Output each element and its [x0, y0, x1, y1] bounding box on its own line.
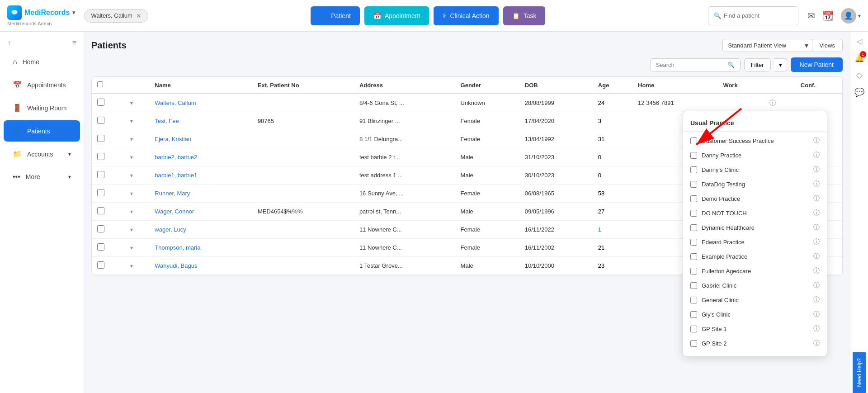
sidebar-up-icon[interactable]: ↑ — [7, 39, 11, 47]
filter-checkbox-12[interactable] — [690, 311, 697, 318]
select-all-checkbox[interactable] — [97, 81, 103, 87]
filter-checkbox-4[interactable] — [690, 195, 697, 202]
filter-item-info-icon-13[interactable]: ⓘ — [813, 325, 820, 333]
row-checkbox-4[interactable] — [97, 171, 104, 178]
patient-name-link-1[interactable]: Test, Fee — [155, 118, 179, 124]
filter-checkbox-0[interactable] — [690, 137, 697, 144]
filter-item-5[interactable]: DO NOT TOUCH ⓘ — [683, 206, 827, 220]
filter-item-info-icon-10[interactable]: ⓘ — [813, 281, 820, 289]
patient-name-link-2[interactable]: Ejera, Kristian — [155, 136, 191, 142]
filter-checkbox-7[interactable] — [690, 239, 697, 246]
filter-checkbox-2[interactable] — [690, 166, 697, 173]
filter-dropdown-button[interactable]: ▾ — [774, 58, 787, 71]
calendar-icon[interactable]: 📆 — [822, 10, 834, 21]
filter-checkbox-11[interactable] — [690, 297, 697, 303]
search-box[interactable]: 🔍 — [650, 58, 741, 71]
sidebar-item-patients[interactable]: 👤 Patients — [4, 120, 80, 142]
right-sidebar-diamond-icon[interactable]: ◇ — [856, 70, 863, 80]
filter-item-9[interactable]: Fullerton Agedcare ⓘ — [683, 264, 827, 278]
filter-item-0[interactable]: Customer Success Practice ⓘ — [683, 133, 827, 148]
appointment-button[interactable]: 📅 Appointment — [364, 6, 429, 25]
close-tab-icon[interactable]: ✕ — [136, 12, 142, 19]
filter-item-info-icon-5[interactable]: ⓘ — [813, 209, 820, 217]
row-checkbox-8[interactable] — [97, 243, 104, 251]
filter-checkbox-6[interactable] — [690, 224, 697, 231]
sidebar-item-more[interactable]: ••• More ▾ — [4, 166, 80, 187]
patient-name-link-4[interactable]: barbie1, barbie1 — [155, 172, 197, 179]
filter-checkbox-14[interactable] — [690, 340, 697, 347]
filter-checkbox-9[interactable] — [690, 268, 697, 275]
filter-item-6[interactable]: Dynamic Healthcare ⓘ — [683, 220, 827, 235]
mail-icon[interactable]: ✉ — [807, 10, 815, 21]
filter-checkbox-1[interactable] — [690, 152, 697, 159]
right-sidebar-collapse-icon[interactable]: ◁ — [857, 37, 862, 46]
patient-name-link-8[interactable]: Thompson, maria — [155, 244, 200, 251]
filter-checkbox-3[interactable] — [690, 181, 697, 188]
filter-button[interactable]: Filter — [744, 58, 771, 71]
row-expand-icon-9[interactable]: ▾ — [130, 263, 133, 269]
filter-item-info-icon-6[interactable]: ⓘ — [813, 223, 820, 232]
sidebar-item-appointments[interactable]: 📅 Appointments — [4, 74, 80, 95]
logo-chevron-icon[interactable]: ▾ — [72, 9, 75, 16]
row-info-icon-0[interactable]: ⓘ — [769, 99, 776, 106]
need-help-button[interactable]: Need Help? — [853, 352, 866, 393]
filter-item-11[interactable]: General Clinic ⓘ — [683, 293, 827, 307]
patient-name-link-3[interactable]: barbie2, barbie2 — [155, 154, 197, 161]
sidebar-item-waiting-room[interactable]: 🚪 Waiting Room — [4, 97, 80, 118]
filter-item-info-icon-1[interactable]: ⓘ — [813, 151, 820, 159]
filter-item-info-icon-7[interactable]: ⓘ — [813, 238, 820, 246]
right-sidebar-chat-icon[interactable]: 💬 — [854, 87, 864, 97]
filter-item-4[interactable]: Demo Practice ⓘ — [683, 191, 827, 206]
row-expand-icon-6[interactable]: ▾ — [130, 208, 133, 215]
filter-item-info-icon-3[interactable]: ⓘ — [813, 180, 820, 188]
filter-item-info-icon-4[interactable]: ⓘ — [813, 194, 820, 203]
filter-item-2[interactable]: Danny's Clinic ⓘ — [683, 162, 827, 177]
filter-item-info-icon-0[interactable]: ⓘ — [813, 137, 820, 145]
row-expand-icon-2[interactable]: ▾ — [130, 136, 133, 142]
patient-name-link-9[interactable]: Wahyudi, Bagus — [155, 262, 197, 269]
right-sidebar-notification-icon[interactable]: 🔔 1 — [854, 53, 864, 63]
clinical-action-button[interactable]: ⚕ Clinical Action — [434, 6, 498, 25]
row-expand-icon-8[interactable]: ▾ — [130, 245, 133, 251]
row-expand-icon-4[interactable]: ▾ — [130, 172, 133, 179]
patient-name-link-6[interactable]: Wager, Connor — [155, 208, 194, 215]
row-checkbox-1[interactable] — [97, 117, 104, 124]
filter-item-info-icon-11[interactable]: ⓘ — [813, 296, 820, 304]
avatar-chevron-icon[interactable]: ▾ — [858, 13, 861, 19]
active-patient-tab[interactable]: Walters, Callum ✕ — [84, 9, 148, 23]
patient-name-link-7[interactable]: wager, Lucy — [155, 226, 186, 233]
filter-item-7[interactable]: Edward Practice ⓘ — [683, 235, 827, 249]
row-checkbox-3[interactable] — [97, 153, 104, 160]
row-expand-icon-0[interactable]: ▾ — [130, 100, 133, 106]
filter-checkbox-5[interactable] — [690, 210, 697, 217]
row-checkbox-0[interactable] — [97, 99, 104, 106]
new-patient-button[interactable]: New Patient — [791, 57, 843, 72]
patient-name-link-5[interactable]: Runner, Mary — [155, 190, 190, 197]
filter-item-info-icon-9[interactable]: ⓘ — [813, 267, 820, 275]
task-button[interactable]: 📋 Task — [503, 6, 546, 25]
filter-item-12[interactable]: Gly's Clinic ⓘ — [683, 307, 827, 322]
views-button[interactable]: Views — [812, 39, 843, 52]
filter-item-info-icon-2[interactable]: ⓘ — [813, 166, 820, 174]
row-expand-icon-7[interactable]: ▾ — [130, 227, 133, 233]
filter-item-3[interactable]: DataDog Testing ⓘ — [683, 177, 827, 191]
row-expand-icon-1[interactable]: ▾ — [130, 118, 133, 124]
row-checkbox-7[interactable] — [97, 225, 104, 232]
logo-brand[interactable]: MediRecords ▾ — [7, 5, 75, 20]
filter-item-info-icon-14[interactable]: ⓘ — [813, 339, 820, 347]
filter-item-info-icon-8[interactable]: ⓘ — [813, 252, 820, 260]
filter-item-10[interactable]: Gabriel Clinic ⓘ — [683, 278, 827, 293]
row-checkbox-6[interactable] — [97, 207, 104, 214]
user-avatar-area[interactable]: 👤 ▾ — [841, 8, 861, 24]
filter-item-info-icon-12[interactable]: ⓘ — [813, 310, 820, 318]
view-select[interactable]: Standard Patient View Custom View 1 Cust… — [722, 39, 813, 52]
filter-checkbox-8[interactable] — [690, 253, 697, 260]
row-checkbox-9[interactable] — [97, 261, 104, 269]
find-patient-search[interactable]: 🔍 — [708, 6, 798, 25]
patient-button[interactable]: 👤 Patient — [311, 6, 360, 25]
find-patient-input[interactable] — [724, 12, 787, 19]
filter-item-14[interactable]: GP Site 2 ⓘ — [683, 336, 827, 350]
search-input[interactable] — [656, 62, 725, 68]
row-checkbox-2[interactable] — [97, 135, 104, 142]
sidebar-item-home[interactable]: ⌂ Home — [4, 52, 80, 72]
